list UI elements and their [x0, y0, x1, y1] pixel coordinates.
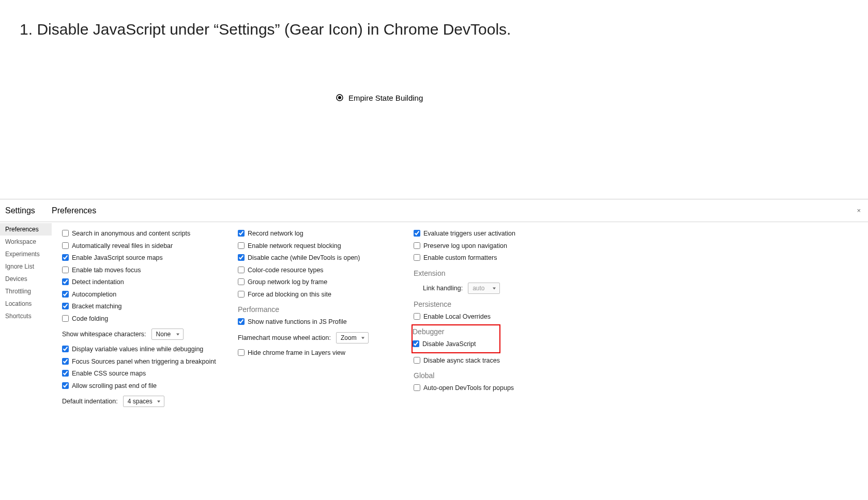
global-heading: Global — [414, 371, 569, 380]
opt-bracket[interactable]: Bracket matching — [62, 302, 217, 311]
checkbox-autocomplete[interactable] — [62, 291, 69, 298]
checkbox-inline-values[interactable] — [62, 346, 69, 352]
opt-autocomplete[interactable]: Autocompletion — [62, 290, 217, 300]
opt-hide-chrome-frame[interactable]: Hide chrome frame in Layers view — [238, 349, 393, 358]
opt-custom-formatters[interactable]: Enable custom formatters — [414, 254, 569, 263]
checkbox-adblock[interactable] — [238, 291, 245, 298]
debugger-heading: Debugger — [413, 327, 496, 336]
whitespace-select[interactable]: None — [151, 329, 184, 340]
opt-eval-activation[interactable]: Evaluate triggers user activation — [414, 229, 569, 239]
opt-group-frame[interactable]: Group network log by frame — [238, 278, 393, 287]
checkbox-disable-cache[interactable] — [238, 254, 245, 261]
prefs-column-1: Search in anonymous and content scripts … — [52, 226, 227, 412]
checkbox-net-blocking[interactable] — [238, 242, 245, 249]
checkbox-detect-indent[interactable] — [62, 278, 69, 285]
indent-row: Default indentation: 4 spaces — [62, 396, 217, 407]
checkbox-bracket[interactable] — [62, 303, 69, 309]
sidebar-item-ignore-list[interactable]: Ignore List — [0, 260, 52, 273]
opt-css-source-maps[interactable]: Enable CSS source maps — [62, 369, 217, 379]
link-handling-label: Link handling: — [423, 285, 463, 292]
flamechart-row: Flamechart mouse wheel action: Zoom — [238, 332, 393, 343]
link-handling-select[interactable]: auto — [468, 283, 500, 294]
opt-net-blocking[interactable]: Enable network request blocking — [238, 242, 393, 251]
opt-preserve-log-nav[interactable]: Preserve log upon navigation — [414, 242, 569, 251]
location-label: Empire State Building — [348, 93, 423, 102]
instruction-number: 1. — [20, 21, 33, 38]
sidebar-item-throttling[interactable]: Throttling — [0, 285, 52, 298]
svg-point-1 — [339, 97, 341, 99]
indent-label: Default indentation: — [62, 398, 118, 405]
panel-header: Settings Preferences × — [0, 199, 868, 222]
preferences-content: Search in anonymous and content scripts … — [52, 222, 868, 412]
close-button[interactable]: × — [857, 207, 861, 214]
preferences-title: Preferences — [52, 206, 96, 215]
opt-native-fns[interactable]: Show native functions in JS Profile — [238, 318, 393, 327]
checkbox-disable-async-stack[interactable] — [414, 357, 420, 364]
opt-search-anon[interactable]: Search in anonymous and content scripts — [62, 229, 217, 239]
sidebar-item-workspace[interactable]: Workspace — [0, 236, 52, 248]
prefs-column-3: Evaluate triggers user activation Preser… — [403, 226, 579, 412]
flamechart-select[interactable]: Zoom — [336, 332, 369, 343]
opt-js-source-maps[interactable]: Enable JavaScript source maps — [62, 254, 217, 263]
checkbox-record-netlog[interactable] — [238, 230, 245, 237]
sidebar-item-preferences[interactable]: Preferences — [0, 223, 52, 236]
opt-auto-open-devtools[interactable]: Auto-open DevTools for popups — [414, 384, 569, 393]
sidebar-item-shortcuts[interactable]: Shortcuts — [0, 310, 52, 322]
opt-scroll-past-end[interactable]: Allow scrolling past end of file — [62, 382, 217, 391]
settings-title: Settings — [0, 206, 52, 215]
opt-disable-async-stack[interactable]: Disable async stack traces — [414, 356, 569, 366]
checkbox-custom-formatters[interactable] — [414, 254, 420, 261]
performance-heading: Performance — [238, 305, 393, 314]
checkbox-search-anon[interactable] — [62, 230, 69, 237]
checkbox-css-source-maps[interactable] — [62, 370, 69, 377]
checkbox-disable-javascript[interactable] — [413, 340, 419, 347]
location-marker: Empire State Building — [335, 93, 423, 102]
instruction-text: Disable JavaScript under “Settings” (Gea… — [37, 21, 511, 38]
link-handling-row: Link handling: auto — [423, 283, 569, 294]
checkbox-preserve-log-nav[interactable] — [414, 242, 420, 249]
opt-inline-values[interactable]: Display variable values inline while deb… — [62, 345, 217, 354]
opt-tab-focus[interactable]: Enable tab moves focus — [62, 266, 217, 275]
opt-code-folding[interactable]: Code folding — [62, 315, 217, 324]
location-pin-icon — [335, 93, 344, 102]
opt-adblock[interactable]: Force ad blocking on this site — [238, 290, 393, 300]
prefs-column-2: Record network log Enable network reques… — [227, 226, 403, 412]
checkbox-scroll-past-end[interactable] — [62, 382, 69, 389]
settings-sidebar: Preferences Workspace Experiments Ignore… — [0, 222, 52, 412]
checkbox-eval-activation[interactable] — [414, 230, 420, 237]
persistence-heading: Persistence — [414, 300, 569, 308]
panel-body: Preferences Workspace Experiments Ignore… — [0, 222, 868, 412]
indent-select[interactable]: 4 spaces — [123, 396, 164, 407]
extension-heading: Extension — [414, 269, 569, 277]
whitespace-label: Show whitespace characters: — [62, 331, 146, 338]
opt-record-netlog[interactable]: Record network log — [238, 229, 393, 239]
opt-detect-indent[interactable]: Detect indentation — [62, 278, 217, 287]
opt-auto-reveal[interactable]: Automatically reveal files in sidebar — [62, 242, 217, 251]
opt-local-overrides[interactable]: Enable Local Overrides — [414, 312, 569, 322]
whitespace-row: Show whitespace characters: None — [62, 329, 217, 340]
document-upper-region: 1. Disable JavaScript under “Settings” (… — [0, 0, 868, 199]
checkbox-auto-open-devtools[interactable] — [414, 384, 420, 391]
checkbox-js-source-maps[interactable] — [62, 254, 69, 261]
sidebar-item-devices[interactable]: Devices — [0, 273, 52, 285]
instruction-heading: 1. Disable JavaScript under “Settings” (… — [0, 0, 868, 38]
checkbox-local-overrides[interactable] — [414, 313, 420, 320]
checkbox-tab-focus[interactable] — [62, 267, 69, 273]
opt-disable-javascript[interactable]: Disable JavaScript — [413, 340, 496, 349]
checkbox-color-code[interactable] — [238, 267, 245, 273]
checkbox-focus-sources[interactable] — [62, 358, 69, 365]
opt-disable-cache[interactable]: Disable cache (while DevTools is open) — [238, 254, 393, 263]
sidebar-item-locations[interactable]: Locations — [0, 298, 52, 310]
opt-focus-sources[interactable]: Focus Sources panel when triggering a br… — [62, 357, 217, 367]
sidebar-item-experiments[interactable]: Experiments — [0, 248, 52, 260]
debugger-highlight-box: Debugger Disable JavaScript — [412, 324, 500, 353]
devtools-settings-panel: Settings Preferences × Preferences Works… — [0, 199, 868, 412]
checkbox-code-folding[interactable] — [62, 315, 69, 322]
opt-color-code[interactable]: Color-code resource types — [238, 266, 393, 275]
checkbox-hide-chrome-frame[interactable] — [238, 349, 245, 356]
checkbox-auto-reveal[interactable] — [62, 242, 69, 249]
checkbox-native-fns[interactable] — [238, 318, 245, 325]
flamechart-label: Flamechart mouse wheel action: — [238, 334, 331, 341]
checkbox-group-frame[interactable] — [238, 278, 245, 285]
